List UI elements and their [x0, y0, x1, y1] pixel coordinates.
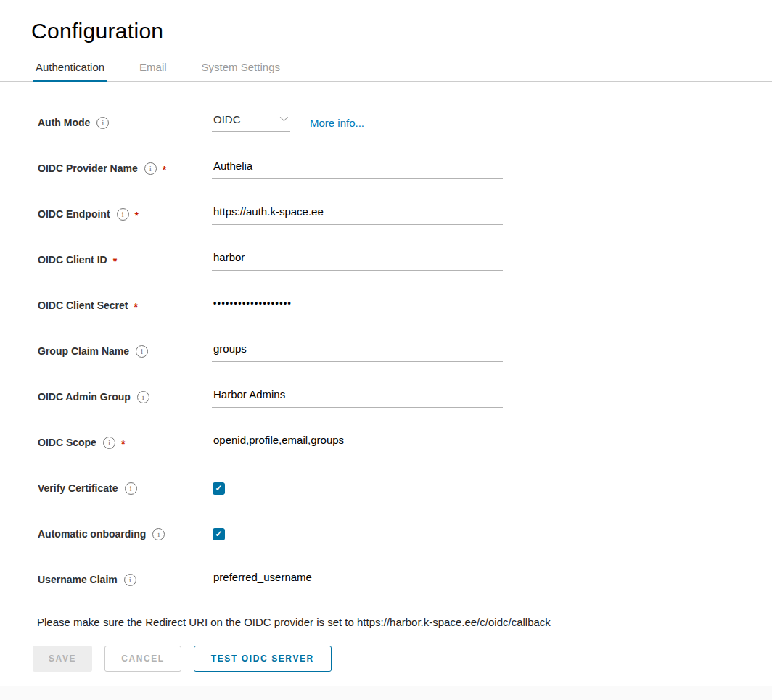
info-icon[interactable]: i	[117, 208, 129, 221]
info-icon[interactable]: i	[124, 574, 136, 586]
tab-system-settings[interactable]: System Settings	[199, 55, 283, 82]
required-marker: *	[163, 164, 166, 176]
automatic-onboarding-checkbox[interactable]: ✓	[213, 528, 225, 540]
configuration-page: Configuration Authentication Email Syste…	[0, 0, 772, 686]
test-oidc-server-button[interactable]: TEST OIDC SERVER	[194, 646, 332, 672]
chevron-down-icon	[280, 112, 288, 120]
oidc-endpoint-input[interactable]	[212, 203, 503, 225]
form-actions: SAVE CANCEL TEST OIDC SERVER	[0, 628, 772, 672]
info-icon[interactable]: i	[152, 528, 165, 540]
form-row-oidc-endpoint: OIDC Endpoint i *	[38, 199, 772, 228]
verify-certificate-checkbox[interactable]: ✓	[213, 482, 225, 495]
oidc-client-secret-input[interactable]	[212, 295, 503, 316]
oidc-provider-name-input[interactable]	[212, 157, 503, 179]
required-marker: *	[121, 438, 125, 450]
info-icon[interactable]: i	[136, 345, 148, 358]
info-icon[interactable]: i	[96, 117, 109, 129]
tab-email[interactable]: Email	[136, 55, 170, 82]
form-row-oidc-scope: OIDC Scope i *	[38, 428, 772, 457]
oidc-admin-group-input[interactable]	[212, 386, 503, 408]
username-claim-input[interactable]	[212, 569, 503, 590]
checkmark-icon: ✓	[215, 530, 222, 538]
save-button[interactable]: SAVE	[33, 646, 92, 672]
form-row-automatic-onboarding: Automatic onboarding i ✓	[38, 519, 772, 548]
auth-mode-select[interactable]: OIDC	[212, 113, 290, 132]
oidc-admin-group-label: OIDC Admin Group	[38, 391, 131, 403]
oidc-client-id-label: OIDC Client ID	[38, 254, 107, 265]
oidc-client-secret-label: OIDC Client Secret	[38, 300, 128, 311]
automatic-onboarding-label: Automatic onboarding	[38, 528, 146, 540]
form-row-group-claim-name: Group Claim Name i	[38, 337, 772, 366]
info-icon[interactable]: i	[103, 437, 115, 449]
oidc-endpoint-label: OIDC Endpoint	[38, 208, 110, 220]
more-info-link[interactable]: More info...	[310, 117, 364, 129]
form-row-oidc-client-id: OIDC Client ID *	[38, 245, 772, 274]
redirect-uri-note: Please make sure the Redirect URI on the…	[0, 611, 772, 628]
info-icon[interactable]: i	[125, 482, 137, 495]
verify-certificate-label: Verify Certificate	[38, 482, 118, 494]
required-marker: *	[113, 255, 117, 267]
oidc-provider-name-label: OIDC Provider Name	[38, 162, 138, 174]
tabs-bar: Authentication Email System Settings	[0, 55, 772, 82]
group-claim-name-label: Group Claim Name	[38, 345, 129, 357]
info-icon[interactable]: i	[137, 391, 149, 403]
cancel-button[interactable]: CANCEL	[104, 646, 181, 672]
page-title: Configuration	[0, 0, 772, 44]
form-row-oidc-admin-group: OIDC Admin Group i	[38, 382, 772, 411]
auth-mode-selected-value: OIDC	[213, 113, 241, 125]
form-row-verify-certificate: Verify Certificate i ✓	[38, 474, 772, 503]
oidc-scope-label: OIDC Scope	[38, 437, 96, 448]
auth-mode-label: Auth Mode	[38, 117, 90, 128]
tab-authentication[interactable]: Authentication	[33, 55, 107, 82]
authentication-form: Auth Mode i OIDC More info... OIDC Provi…	[0, 82, 772, 594]
group-claim-name-input[interactable]	[212, 340, 503, 362]
form-row-oidc-provider-name: OIDC Provider Name i *	[38, 154, 772, 183]
required-marker: *	[134, 301, 137, 313]
required-marker: *	[135, 210, 139, 221]
oidc-scope-input[interactable]	[212, 432, 503, 453]
username-claim-label: Username Claim	[38, 574, 118, 585]
form-row-username-claim: Username Claim i	[38, 565, 772, 594]
oidc-client-id-input[interactable]	[212, 249, 503, 271]
form-row-auth-mode: Auth Mode i OIDC More info...	[38, 108, 772, 137]
info-icon[interactable]: i	[144, 162, 157, 175]
checkmark-icon: ✓	[215, 484, 222, 493]
form-row-oidc-client-secret: OIDC Client Secret *	[38, 291, 772, 320]
